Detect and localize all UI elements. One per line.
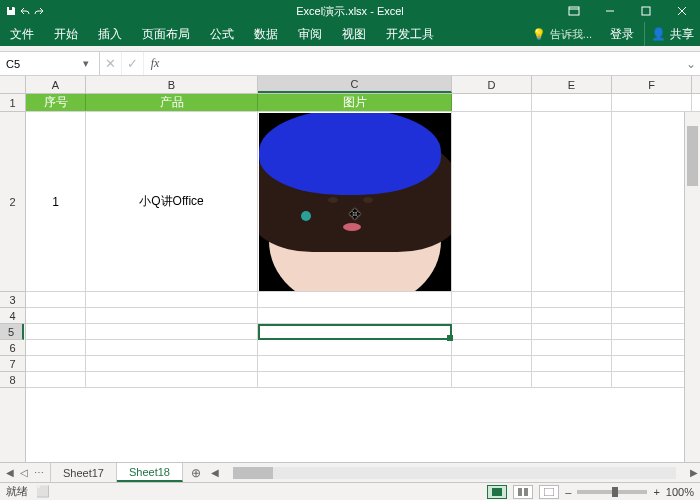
cell-A6[interactable] bbox=[26, 340, 86, 355]
tab-pagelayout[interactable]: 页面布局 bbox=[132, 22, 200, 46]
tab-formulas[interactable]: 公式 bbox=[200, 22, 244, 46]
zoom-out-button[interactable]: – bbox=[565, 486, 571, 498]
cell-D1[interactable] bbox=[452, 94, 532, 111]
horizontal-scrollbar[interactable]: ◀ ▶ bbox=[209, 463, 700, 482]
cell-F1[interactable] bbox=[612, 94, 692, 111]
zoom-thumb[interactable] bbox=[612, 487, 618, 497]
row-header-2[interactable]: 2 bbox=[0, 112, 25, 292]
embedded-picture[interactable]: ✥ bbox=[259, 113, 451, 291]
row-header-4[interactable]: 4 bbox=[0, 308, 25, 324]
cell-A2[interactable]: 1 bbox=[26, 112, 86, 291]
cell-A7[interactable] bbox=[26, 356, 86, 371]
zoom-level[interactable]: 100% bbox=[666, 486, 694, 498]
tab-home[interactable]: 开始 bbox=[44, 22, 88, 46]
new-sheet-button[interactable]: ⊕ bbox=[183, 463, 209, 482]
nav-prev-icon[interactable]: ◁ bbox=[20, 467, 28, 478]
cell-E3[interactable] bbox=[532, 292, 612, 307]
row-header-7[interactable]: 7 bbox=[0, 356, 25, 372]
cell-B6[interactable] bbox=[86, 340, 258, 355]
login-button[interactable]: 登录 bbox=[600, 22, 644, 46]
header-cell-B1[interactable]: 产品 bbox=[86, 94, 258, 111]
tab-view[interactable]: 视图 bbox=[332, 22, 376, 46]
tell-me-search[interactable]: 💡 告诉我... bbox=[524, 22, 600, 46]
cell-D7[interactable] bbox=[452, 356, 532, 371]
tab-review[interactable]: 审阅 bbox=[288, 22, 332, 46]
formula-input[interactable] bbox=[166, 52, 682, 75]
cell-A8[interactable] bbox=[26, 372, 86, 387]
redo-icon[interactable] bbox=[34, 6, 44, 16]
cell-C6[interactable] bbox=[258, 340, 452, 355]
undo-icon[interactable] bbox=[20, 6, 30, 16]
header-cell-A1[interactable]: 序号 bbox=[26, 94, 86, 111]
cell-B3[interactable] bbox=[86, 292, 258, 307]
col-header-B[interactable]: B bbox=[86, 76, 258, 93]
chevron-down-icon[interactable]: ▾ bbox=[79, 57, 93, 70]
row-header-3[interactable]: 3 bbox=[0, 292, 25, 308]
enter-formula-button[interactable]: ✓ bbox=[122, 52, 144, 75]
cell-D4[interactable] bbox=[452, 308, 532, 323]
cell-B5[interactable] bbox=[86, 324, 258, 339]
cell-E7[interactable] bbox=[532, 356, 612, 371]
view-pagebreak-button[interactable] bbox=[539, 485, 559, 499]
zoom-slider[interactable] bbox=[577, 490, 647, 494]
row-header-8[interactable]: 8 bbox=[0, 372, 25, 388]
cell-E1[interactable] bbox=[532, 94, 612, 111]
cell-E8[interactable] bbox=[532, 372, 612, 387]
col-header-C[interactable]: C bbox=[258, 76, 452, 93]
cells-area[interactable]: 序号 产品 图片 1 小Q讲Office bbox=[26, 94, 700, 462]
col-header-F[interactable]: F bbox=[612, 76, 692, 93]
row-header-5[interactable]: 5 bbox=[0, 324, 24, 340]
expand-formula-icon[interactable]: ⌄ bbox=[682, 57, 700, 71]
row-header-6[interactable]: 6 bbox=[0, 340, 25, 356]
ribbon-options-icon[interactable] bbox=[556, 0, 592, 22]
vertical-scrollbar[interactable] bbox=[684, 112, 700, 462]
minimize-button[interactable] bbox=[592, 0, 628, 22]
cell-F8[interactable] bbox=[612, 372, 692, 387]
nav-first-icon[interactable]: ◀ bbox=[6, 467, 14, 478]
view-normal-button[interactable] bbox=[487, 485, 507, 499]
select-all-corner[interactable] bbox=[0, 76, 26, 93]
cell-F4[interactable] bbox=[612, 308, 692, 323]
cell-D3[interactable] bbox=[452, 292, 532, 307]
share-button[interactable]: 👤 共享 bbox=[644, 22, 700, 46]
col-header-E[interactable]: E bbox=[532, 76, 612, 93]
cell-A3[interactable] bbox=[26, 292, 86, 307]
vscroll-thumb[interactable] bbox=[687, 126, 698, 186]
cell-A5[interactable] bbox=[26, 324, 86, 339]
hscroll-track[interactable] bbox=[233, 467, 676, 479]
cell-E5[interactable] bbox=[532, 324, 612, 339]
cell-D2[interactable] bbox=[452, 112, 532, 291]
cell-C8[interactable] bbox=[258, 372, 452, 387]
cell-B4[interactable] bbox=[86, 308, 258, 323]
tab-data[interactable]: 数据 bbox=[244, 22, 288, 46]
maximize-button[interactable] bbox=[628, 0, 664, 22]
name-box[interactable]: C5 ▾ bbox=[0, 52, 100, 75]
cell-B2[interactable]: 小Q讲Office bbox=[86, 112, 258, 291]
cell-E2[interactable] bbox=[532, 112, 612, 291]
tab-nav[interactable]: ◀ ◁ ⋯ bbox=[0, 463, 51, 482]
fx-icon[interactable]: fx bbox=[144, 56, 166, 71]
cell-A4[interactable] bbox=[26, 308, 86, 323]
cell-F7[interactable] bbox=[612, 356, 692, 371]
tab-file[interactable]: 文件 bbox=[0, 22, 44, 46]
cancel-formula-button[interactable]: ✕ bbox=[100, 52, 122, 75]
cell-E6[interactable] bbox=[532, 340, 612, 355]
cell-F3[interactable] bbox=[612, 292, 692, 307]
cell-B7[interactable] bbox=[86, 356, 258, 371]
cell-C4[interactable] bbox=[258, 308, 452, 323]
view-pagelayout-button[interactable] bbox=[513, 485, 533, 499]
cell-E4[interactable] bbox=[532, 308, 612, 323]
sheet-tab-sheet18[interactable]: Sheet18 bbox=[117, 463, 183, 482]
close-button[interactable] bbox=[664, 0, 700, 22]
sheet-tab-sheet17[interactable]: Sheet17 bbox=[51, 463, 117, 482]
macro-record-icon[interactable]: ⬜ bbox=[36, 485, 50, 498]
cell-D6[interactable] bbox=[452, 340, 532, 355]
cell-C7[interactable] bbox=[258, 356, 452, 371]
cell-F6[interactable] bbox=[612, 340, 692, 355]
nav-more-icon[interactable]: ⋯ bbox=[34, 467, 44, 478]
hscroll-left-icon[interactable]: ◀ bbox=[211, 467, 219, 478]
hscroll-right-icon[interactable]: ▶ bbox=[690, 467, 698, 478]
header-cell-C1[interactable]: 图片 bbox=[258, 94, 452, 111]
zoom-in-button[interactable]: + bbox=[653, 486, 659, 498]
cell-C5[interactable] bbox=[258, 324, 452, 339]
